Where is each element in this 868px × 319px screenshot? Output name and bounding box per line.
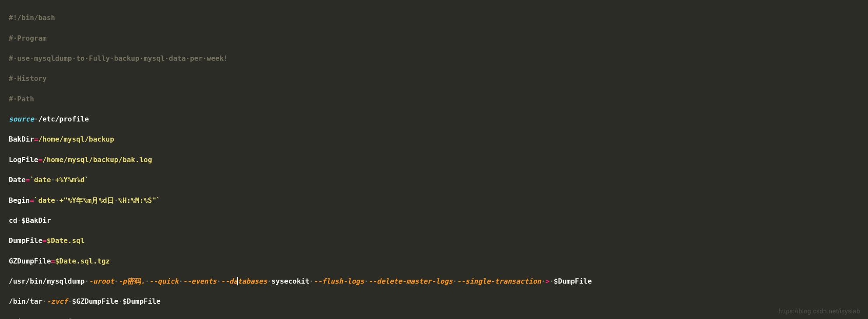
space-dot: · (118, 297, 122, 305)
variable-name: Date (9, 176, 26, 184)
equals: = (30, 196, 34, 205)
comment: #·use·mysqldump·to·Fully·backup·mysql·da… (9, 54, 228, 62)
string: +"%Y年%m月%d日 (60, 196, 114, 205)
option: --flush-logs (314, 277, 364, 285)
space-dot: · (17, 216, 21, 225)
space-dot: · (84, 277, 89, 285)
option: --events (183, 277, 217, 285)
option: --single-transaction (457, 277, 541, 285)
code-editor[interactable]: #!/bin/bash #·Program #·use·mysqldump·to… (0, 3, 868, 319)
string: $Date.sql (47, 236, 85, 245)
comment: #·Program (9, 34, 47, 42)
argument: $DumpFile (554, 277, 592, 285)
space-dot: · (55, 196, 60, 205)
string: %H:%M:%S"` (118, 196, 160, 205)
equals: = (34, 135, 38, 143)
variable-name: Begin (9, 196, 30, 205)
string: /home/mysql/backup (38, 135, 114, 143)
command: cd (9, 216, 17, 225)
string: `date (30, 176, 51, 184)
keyword-source: source (9, 115, 34, 123)
space-dot: · (217, 277, 221, 285)
option: --da (221, 277, 238, 285)
redirect: > (546, 277, 550, 285)
option: -uroot (89, 277, 114, 285)
path: /etc/profile (38, 115, 89, 123)
comment: #·History (9, 74, 47, 83)
space-dot: · (453, 277, 457, 285)
space-dot: · (68, 297, 72, 305)
command: /bin/tar (9, 297, 42, 305)
watermark: https://blog.csdn.net/isyslab (779, 307, 861, 316)
argument: sysecokit (271, 277, 309, 285)
equals: = (42, 236, 47, 245)
variable-name: DumpFile (9, 236, 42, 245)
space-dot: · (145, 277, 149, 285)
option: tabases (238, 277, 267, 285)
string: /home/mysql/backup/bak.log (42, 156, 152, 164)
space-dot: · (114, 196, 119, 205)
comment: #!/bin/bash (9, 14, 55, 22)
space-dot: · (364, 277, 368, 285)
equals: = (51, 257, 55, 265)
option: --delete-master-logs (368, 277, 453, 285)
space-dot: · (309, 277, 314, 285)
variable-name: LogFile (9, 156, 38, 164)
string: +%Y%m%d` (55, 176, 89, 184)
space-dot: · (550, 277, 554, 285)
string: `date (34, 196, 55, 205)
space-dot: · (541, 277, 546, 285)
option: -p密码. (118, 277, 145, 285)
space-dot: · (51, 176, 55, 184)
option: --quick (149, 277, 178, 285)
string: $Date.sql.tgz (55, 257, 110, 265)
space-dot: · (178, 277, 183, 285)
space-dot: · (42, 297, 47, 305)
command: /usr/bin/mysqldump (9, 277, 84, 285)
variable-name: GZDumpFile (9, 257, 51, 265)
space-dot: · (267, 277, 272, 285)
space-dot: · (34, 115, 38, 123)
argument: $BakDir (21, 216, 51, 225)
equals: = (38, 156, 42, 164)
option: -zvcf (47, 297, 68, 305)
equals: = (26, 176, 30, 184)
comment: #·Path (9, 95, 34, 103)
argument: $GZDumpFile (72, 297, 119, 305)
argument: $DumpFile (122, 297, 161, 305)
variable-name: BakDir (9, 135, 34, 143)
